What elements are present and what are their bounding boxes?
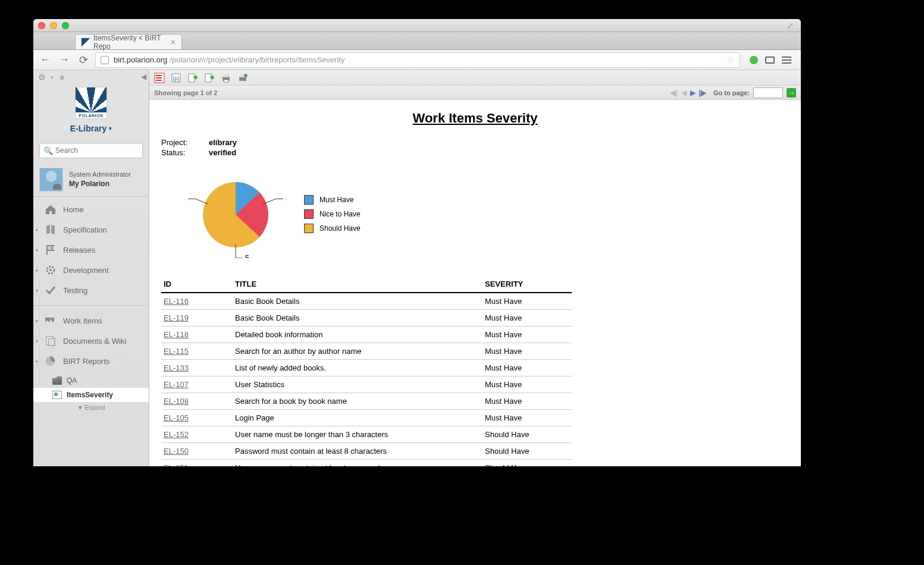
goto-page-label: Go to page:: [713, 89, 750, 96]
table-row: EL-151User name must contain at least on…: [161, 460, 572, 467]
browser-tabbar: ItemsSeverity < BIRT Repo ×: [33, 32, 801, 50]
project-selector[interactable]: E-Library ▾: [70, 124, 112, 133]
work-item-link[interactable]: EL-105: [164, 413, 189, 422]
work-item-link[interactable]: EL-151: [164, 463, 189, 466]
tab-close-icon[interactable]: ×: [171, 37, 176, 47]
user-role-label: System Administrator: [69, 170, 131, 179]
project-value: elibrary: [209, 138, 237, 147]
toc-icon[interactable]: [154, 73, 165, 83]
goto-page-button[interactable]: →: [787, 88, 796, 98]
tree-item-qa[interactable]: QA: [33, 373, 149, 388]
back-button[interactable]: ←: [38, 53, 52, 67]
table-row: EL-119Basic Book DetailsMust Have: [161, 310, 572, 327]
work-item-link[interactable]: EL-150: [164, 447, 189, 456]
url-domain: birt.polarion.org: [114, 55, 167, 64]
goto-page-input[interactable]: [753, 87, 783, 98]
bookmark-star-icon[interactable]: ☆: [726, 54, 735, 65]
status-value: verified: [209, 148, 236, 157]
reload-button[interactable]: ⟳: [76, 53, 90, 67]
sidebar-item-documents-wiki[interactable]: ▸Documents & Wiki: [33, 331, 149, 351]
work-item-link[interactable]: EL-118: [164, 330, 189, 339]
first-page-icon[interactable]: ◀|: [670, 89, 677, 97]
sidebar: ⚙▾ ★ ◀ POLARION E-Library ▾ 🔍: [33, 70, 149, 466]
expand-tree-link[interactable]: ▼ Expand: [33, 402, 149, 413]
work-item-link[interactable]: EL-119: [164, 313, 189, 322]
favorite-star-icon[interactable]: ★: [58, 73, 66, 82]
work-item-link[interactable]: EL-133: [164, 363, 189, 372]
legend-item: Should Have: [304, 224, 361, 233]
browser-tab[interactable]: ItemsSeverity < BIRT Repo ×: [75, 34, 182, 49]
work-item-link[interactable]: EL-152: [164, 430, 189, 439]
cast-icon[interactable]: [765, 56, 775, 64]
search-input[interactable]: [55, 146, 145, 155]
tab-title: ItemsSeverity < BIRT Repo: [93, 34, 165, 51]
check-icon: [44, 284, 57, 296]
minimize-window-icon[interactable]: [50, 22, 57, 29]
sidebar-item-birt-reports[interactable]: ▸BIRT Reports: [33, 351, 149, 371]
sidebar-item-label: Releases: [63, 246, 95, 255]
sidebar-item-testing[interactable]: ▸Testing: [33, 280, 149, 300]
close-window-icon[interactable]: [38, 22, 45, 29]
table-row: EL-133List of newly added books.Must Hav…: [161, 360, 572, 376]
row-severity: Must Have: [483, 360, 572, 376]
sidebar-item-work-items[interactable]: ▸Work Items: [33, 310, 149, 331]
dropdown-caret-icon: ▾: [109, 125, 112, 131]
user-portal-link[interactable]: My Polarion: [69, 179, 131, 189]
row-title: Basic Book Details: [233, 310, 483, 327]
work-item-link[interactable]: EL-115: [164, 347, 189, 356]
user-avatar: [39, 168, 63, 192]
spec-icon: [44, 224, 57, 236]
maximize-icon[interactable]: ⤢: [787, 21, 795, 29]
expand-caret-icon[interactable]: ▸: [36, 247, 39, 253]
extension-icon[interactable]: [750, 56, 758, 64]
work-item-link[interactable]: EL-108: [164, 397, 189, 406]
pagination-bar: Showing page 1 of 2 ◀| ◀ ▶ |▶ Go to page…: [149, 86, 801, 100]
pie-slice-label: 5: [245, 254, 249, 258]
work-item-link[interactable]: EL-107: [164, 380, 189, 389]
sidebar-item-label: BIRT Reports: [63, 357, 109, 366]
sidebar-item-releases[interactable]: ▸Releases: [33, 240, 149, 260]
sidebar-item-home[interactable]: Home: [33, 199, 149, 219]
svg-rect-14: [224, 80, 228, 82]
expand-caret-icon[interactable]: ▸: [36, 338, 39, 344]
url-input[interactable]: birt.polarion.org /polarion/#/project/el…: [95, 52, 740, 68]
expand-caret-icon[interactable]: ▸: [36, 318, 39, 324]
expand-caret-icon[interactable]: ▸: [36, 287, 39, 293]
forward-button[interactable]: →: [57, 53, 71, 67]
table-row: EL-107User StatisticsMust Have: [161, 376, 572, 393]
expand-caret-icon[interactable]: ▸: [36, 267, 39, 273]
row-severity: Must Have: [483, 327, 572, 343]
row-severity: Must Have: [483, 293, 572, 310]
export-icon[interactable]: [187, 73, 198, 83]
zoom-window-icon[interactable]: [62, 22, 69, 29]
row-title: Login Page: [233, 410, 483, 426]
expand-caret-icon[interactable]: ▸: [36, 227, 39, 233]
chart-legend: Must HaveNice to HaveShould Have: [304, 195, 361, 238]
tree-item-itemsseverity[interactable]: ItemsSeverity: [33, 388, 149, 402]
table-row: EL-115Search for an author by author nam…: [161, 343, 572, 360]
sidebar-item-development[interactable]: ▸Development: [33, 260, 149, 280]
legend-label: Must Have: [320, 196, 353, 204]
sidebar-item-label: Development: [63, 266, 109, 275]
puzzle-icon: [44, 315, 57, 327]
export-data-icon[interactable]: [204, 73, 215, 83]
settings-gear-icon[interactable]: ⚙: [38, 73, 46, 82]
collapse-sidebar-icon[interactable]: ◀: [141, 73, 146, 81]
print-icon[interactable]: [221, 73, 231, 83]
search-box[interactable]: 🔍: [39, 143, 143, 158]
last-page-icon[interactable]: |▶: [699, 89, 706, 97]
hamburger-menu-icon[interactable]: [782, 56, 791, 64]
pie-slice-label: 8: [286, 194, 286, 203]
print-server-icon[interactable]: [237, 73, 248, 83]
next-page-icon[interactable]: ▶: [690, 89, 696, 97]
logo-text: POLARION: [79, 114, 104, 118]
home-icon: [44, 203, 57, 215]
sidebar-item-specification[interactable]: ▸Specification: [33, 219, 149, 240]
work-item-link[interactable]: EL-116: [164, 297, 189, 306]
prev-page-icon[interactable]: ◀: [681, 89, 687, 97]
expand-caret-icon[interactable]: ▸: [36, 358, 39, 364]
row-severity: Must Have: [483, 376, 572, 393]
params-icon[interactable]: {p}: [171, 73, 181, 83]
table-row: EL-118Detailed book informationMust Have: [161, 327, 572, 343]
pie-slice-label: 8: [185, 194, 186, 203]
